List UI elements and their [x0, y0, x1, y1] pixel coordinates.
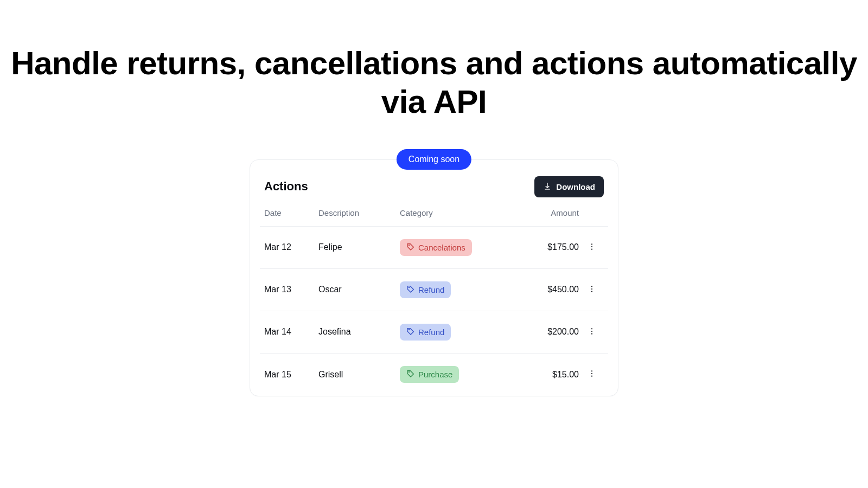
- cell-date: Mar 13: [264, 285, 318, 294]
- category-label: Refund: [418, 328, 444, 337]
- svg-point-2: [591, 246, 592, 247]
- table-row: Mar 13OscarRefund$450.00: [260, 269, 608, 311]
- tag-icon: [406, 285, 415, 295]
- actions-card: Actions Download Date Description Catego…: [250, 159, 618, 396]
- svg-point-15: [591, 376, 592, 377]
- cell-description: Grisell: [318, 370, 400, 380]
- svg-point-12: [409, 371, 409, 372]
- cell-amount: $175.00: [514, 242, 579, 252]
- svg-point-3: [591, 248, 592, 249]
- row-menu-button[interactable]: [584, 324, 599, 341]
- cell-description: Oscar: [318, 285, 400, 294]
- cell-date: Mar 14: [264, 327, 318, 337]
- svg-point-14: [591, 373, 592, 374]
- svg-point-0: [409, 245, 409, 245]
- cell-amount: $450.00: [514, 285, 579, 294]
- table-row: Mar 15GrisellPurchase$15.00: [260, 354, 608, 396]
- row-menu-button[interactable]: [584, 239, 599, 256]
- svg-point-9: [591, 328, 592, 329]
- cell-amount: $15.00: [514, 370, 579, 380]
- svg-point-13: [591, 370, 592, 371]
- download-label: Download: [556, 182, 595, 191]
- category-label: Purchase: [418, 370, 452, 379]
- cell-amount: $200.00: [514, 327, 579, 337]
- col-description-header: Description: [318, 208, 400, 217]
- svg-point-11: [591, 333, 592, 334]
- cell-date: Mar 15: [264, 370, 318, 380]
- svg-point-4: [409, 287, 409, 287]
- svg-point-5: [591, 286, 592, 287]
- cell-description: Josefina: [318, 327, 400, 337]
- svg-point-8: [409, 329, 409, 330]
- table-header: Date Description Category Amount: [260, 208, 608, 227]
- download-button[interactable]: Download: [534, 176, 604, 197]
- category-tag: Purchase: [400, 366, 459, 383]
- row-menu-button[interactable]: [584, 366, 599, 383]
- row-menu-button[interactable]: [584, 281, 599, 298]
- more-vertical-icon: [588, 371, 596, 380]
- category-tag: Refund: [400, 324, 451, 341]
- svg-point-7: [591, 291, 592, 292]
- cell-description: Felipe: [318, 242, 400, 252]
- card-title: Actions: [264, 179, 308, 194]
- more-vertical-icon: [588, 287, 596, 295]
- cell-category: Cancelations: [400, 239, 514, 256]
- more-vertical-icon: [588, 245, 596, 253]
- page-headline: Handle returns, cancellations and action…: [0, 44, 868, 121]
- svg-point-10: [591, 331, 592, 332]
- coming-soon-badge: Coming soon: [397, 149, 471, 170]
- actions-table: Date Description Category Amount Mar 12F…: [260, 208, 608, 396]
- cell-category: Purchase: [400, 366, 514, 383]
- svg-point-1: [591, 243, 592, 245]
- col-date-header: Date: [264, 208, 318, 217]
- more-vertical-icon: [588, 329, 596, 337]
- tag-icon: [406, 242, 415, 253]
- col-amount-header: Amount: [514, 208, 579, 217]
- cell-date: Mar 12: [264, 242, 318, 252]
- cell-category: Refund: [400, 281, 514, 298]
- tag-icon: [406, 369, 415, 380]
- category-tag: Refund: [400, 281, 451, 298]
- category-label: Refund: [418, 285, 444, 294]
- col-category-header: Category: [400, 208, 514, 217]
- category-tag: Cancelations: [400, 239, 472, 256]
- table-row: Mar 14JosefinaRefund$200.00: [260, 311, 608, 354]
- tag-icon: [406, 327, 415, 337]
- category-label: Cancelations: [418, 243, 465, 252]
- table-row: Mar 12FelipeCancelations$175.00: [260, 227, 608, 269]
- download-icon: [543, 182, 552, 192]
- cell-category: Refund: [400, 324, 514, 341]
- svg-point-6: [591, 288, 592, 290]
